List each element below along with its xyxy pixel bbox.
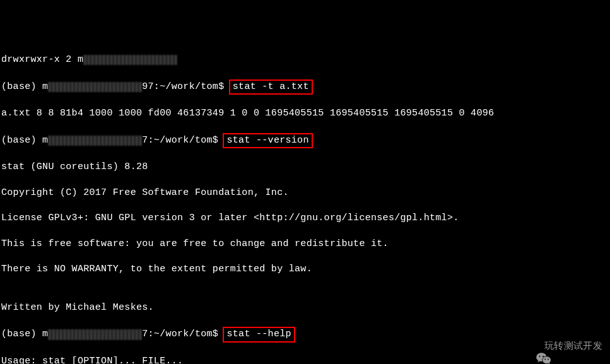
redacted-text: xxxxxxxxxxxxxxxx [83, 54, 177, 66]
prompt-text: (base) m [1, 81, 48, 92]
terminal-line: (base) mxxxxxxxxxxxxxxxx7:~/work/tom$ st… [1, 133, 609, 148]
svg-point-2 [539, 356, 541, 357]
terminal-line: Usage: stat [OPTION]... FILE... [1, 355, 609, 364]
prompt-path: 7:~/work/tom$ [142, 135, 224, 146]
svg-point-1 [543, 356, 551, 364]
svg-point-5 [548, 359, 549, 360]
prompt-text: (base) m [1, 135, 48, 146]
watermark: 玩转测试开发 [524, 339, 602, 353]
terminal-line: drwxrwxr-x 2 mxxxxxxxxxxxxxxxx [1, 54, 609, 66]
prompt-path: 97:~/work/tom$ [142, 81, 230, 92]
svg-point-3 [543, 356, 544, 357]
terminal-line: Copyright (C) 2017 Free Software Foundat… [1, 187, 609, 199]
command-text: stat --help [226, 329, 291, 339]
watermark-text: 玩转测试开发 [544, 339, 602, 352]
highlighted-command: stat -t a.txt [229, 79, 313, 95]
output-text [177, 54, 412, 65]
highlighted-command: stat --help [223, 327, 295, 342]
wechat-icon [524, 339, 541, 353]
redacted-text: xxxxxxxxxxxxxxxx [48, 81, 142, 93]
terminal-line: a.txt 8 8 81b4 1000 1000 fd00 46137349 1… [1, 107, 609, 120]
highlighted-command: stat --version [223, 133, 312, 148]
terminal-line: There is NO WARRANTY, to the extent perm… [1, 263, 609, 276]
terminal-line: stat (GNU coreutils) 8.28 [1, 161, 609, 173]
terminal-line: (base) mxxxxxxxxxxxxxxxx97:~/work/tom$ s… [1, 79, 609, 95]
svg-point-4 [544, 359, 546, 360]
command-text: stat --version [226, 135, 308, 146]
terminal-line: Written by Michael Meskes. [1, 302, 609, 314]
command-text: stat -t a.txt [233, 81, 309, 92]
output-text: drwxrwxr-x 2 m [1, 54, 83, 65]
redacted-text: xxxxxxxxxxxxxxxx [48, 134, 142, 147]
terminal-line: This is free software: you are free to c… [1, 238, 609, 250]
terminal-line: License GPLv3+: GNU GPL version 3 or lat… [1, 212, 609, 225]
terminal-line: (base) mxxxxxxxxxxxxxxxx7:~/work/tom$ st… [1, 327, 609, 342]
redacted-text: xxxxxxxxxxxxxxxx [48, 328, 142, 341]
prompt-path: 7:~/work/tom$ [142, 329, 224, 339]
prompt-text: (base) m [1, 329, 48, 339]
